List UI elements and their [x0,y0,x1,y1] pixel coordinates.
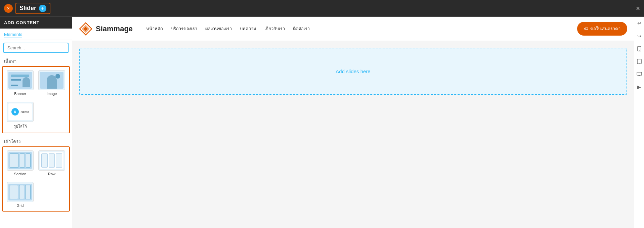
logo-circle-icon: A [11,108,19,116]
row-element[interactable]: Row [37,148,67,178]
grid-col-3 [25,185,31,199]
section-col-3 [26,153,31,168]
row-col-1 [41,153,48,168]
grid-label: Grid [17,203,24,208]
logo-icon-inner: A Acme [8,103,32,120]
image-icon [38,70,65,90]
content-section-title: เนื้อหา [0,56,72,66]
mobile-icon[interactable] [636,45,643,52]
section-col-2 [20,153,25,168]
site-nav: หน้าหลัก บริการของเรา ผลงานของเรา บทความ… [146,22,627,36]
section-col-1 [10,153,19,168]
website-header: Siammage หน้าหลัก บริการของเรา ผลงานของเ… [72,17,634,41]
add-slide-button[interactable]: + [39,5,46,12]
sidebar-tabs: Elements [0,29,72,40]
nav-services[interactable]: บริการของเรา [171,25,197,32]
banner-icon [7,70,34,90]
sidebar: ADD CONTENT Elements เนื้อหา Banner [0,17,72,228]
cta-icon: 🏷 [584,26,588,31]
sidebar-header: ADD CONTENT [0,17,72,29]
svg-point-6 [639,63,639,63]
image-label: Image [47,92,57,96]
row-icon [38,150,65,171]
logo-icon: A Acme [7,102,34,122]
structure-elements-grid: Section Row [2,146,70,212]
row-col-2 [49,153,55,168]
svg-rect-7 [637,72,642,75]
grid-icon-inner [8,184,32,200]
main-layout: ADD CONTENT Elements เนื้อหา Banner [0,17,644,228]
slider-dropzone[interactable]: Add slides here [79,48,627,95]
site-logo: Siammage [79,22,133,36]
right-panel: ↩ ↪ ▶ [634,17,644,228]
nav-contact[interactable]: ติดต่อเรา [293,25,310,32]
cta-button[interactable]: 🏷 ขอใบเสนอราคา [577,22,627,36]
grid-element[interactable]: Grid [5,180,35,210]
elements-tab[interactable]: Elements [4,32,22,38]
close-panel-button[interactable]: × [4,4,13,13]
tablet-icon[interactable] [636,58,643,65]
logo-diamond-icon [79,22,92,36]
section-icon [7,150,34,171]
grid-col-2 [19,185,25,199]
slider-tab: Slider + [15,3,50,14]
row-label: Row [48,172,55,176]
banner-bar [11,79,21,81]
image-silhouette [47,75,57,89]
slider-tab-label: Slider [19,5,36,12]
nav-blog[interactable]: บทความ [240,25,256,32]
add-slides-text: Add slides here [336,69,370,74]
banner-label: Banner [14,92,26,96]
row-col-3 [56,153,62,168]
cta-label: ขอใบเสนอราคา [590,25,620,32]
image-circle [55,74,60,79]
image-icon-inner [40,72,63,89]
nav-portfolio[interactable]: ผลงานของเรา [205,25,232,32]
desktop-icon[interactable] [636,71,643,78]
logo-label: รูปโลโก้ [14,123,27,129]
structure-section-title: เค้าโครง [0,136,72,146]
grid-col-1 [10,185,18,199]
nav-about[interactable]: เกี่ยวกับเรา [264,25,285,32]
content-area: Siammage หน้าหลัก บริการของเรา ผลงานของเ… [72,17,634,228]
grid-icon [7,182,34,202]
image-element[interactable]: Image [37,68,67,98]
logo-element[interactable]: A Acme รูปโลโก้ [5,100,35,131]
undo-icon[interactable]: ↩ [636,19,643,27]
play-icon[interactable]: ▶ [636,83,643,91]
logo-text-block: Acme [21,110,29,113]
section-element[interactable]: Section [5,148,35,178]
svg-point-4 [639,50,640,51]
top-bar: × Slider + × [0,0,644,17]
banner-element[interactable]: Banner [5,68,35,98]
banner-silhouette [23,77,30,87]
section-icon-inner [8,152,32,169]
nav-home[interactable]: หน้าหลัก [146,25,163,32]
banner-icon-inner [8,72,32,89]
section-label: Section [14,172,27,176]
search-input[interactable] [3,43,69,53]
content-elements-grid: Banner Image A Acme รูปโ [2,66,70,133]
redo-icon[interactable]: ↪ [636,32,643,40]
site-name: Siammage [96,25,133,33]
slider-content-area: Add slides here [72,41,634,228]
row-icon-inner [40,152,63,169]
close-button[interactable]: × [636,4,640,12]
